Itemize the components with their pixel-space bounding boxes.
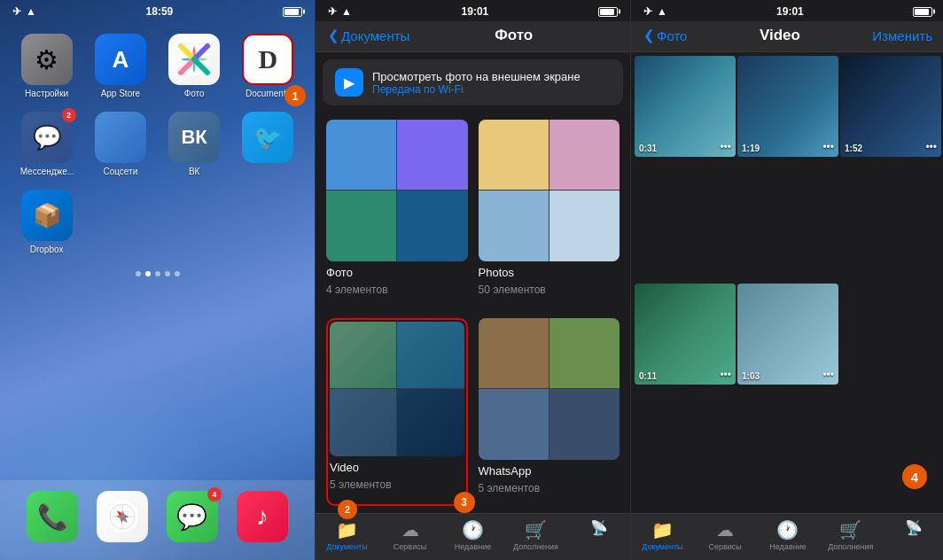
video-thumb-5[interactable]: 1:03 ••• <box>737 284 838 385</box>
tab-additions-label: Дополнения <box>513 542 558 551</box>
thumb-cell <box>397 120 467 190</box>
services-tab-icon-v: ☁ <box>716 519 734 541</box>
wifi-banner-sub: Передача по Wi-Fi <box>372 83 611 96</box>
time-display-3: 19:01 <box>776 5 804 18</box>
app-twitter[interactable]: 🐦 <box>238 112 299 177</box>
airplane-icon: ✈ <box>12 5 21 18</box>
app-dropbox[interactable]: 📦 Dropbox <box>16 190 77 255</box>
app-empty2 <box>164 190 225 255</box>
album-photos-count: 50 элементов <box>479 284 620 296</box>
tab-recent[interactable]: 🕐 Недавние <box>441 519 504 551</box>
video-more-2: ••• <box>822 141 834 153</box>
app-appstore[interactable]: A App Store <box>90 34 151 99</box>
wifi-banner-text: Просмотреть фото на внешнем экране Перед… <box>372 70 611 96</box>
video-thumb-2[interactable]: 1:19 ••• <box>737 56 838 157</box>
status-right-2 <box>598 7 618 17</box>
app-social-label: Соцсети <box>103 167 137 177</box>
step1-badge: 1 <box>284 85 306 106</box>
app-settings-label: Настройки <box>25 89 68 99</box>
album-photos[interactable]: Photos 50 элементов <box>479 120 620 307</box>
tab-wifi-v[interactable]: 📡 <box>882 519 943 551</box>
status-right-3 <box>913 7 932 17</box>
albums-grid: Фото 4 элементов Photos 50 элементов Vid… <box>316 113 630 513</box>
bottom-tabs-video: 📁 Документы ☁ Сервисы 🕐 Недавние 🛒 Допол… <box>631 513 943 560</box>
edit-button[interactable]: Изменить <box>872 28 932 43</box>
wifi-banner[interactable]: ▶ Просмотреть фото на внешнем экране Пер… <box>323 59 623 105</box>
tab-documents[interactable]: 📁 Документы <box>316 519 378 551</box>
back-button-video[interactable]: ❮ Фото <box>643 27 687 43</box>
thumb-cell <box>330 389 396 455</box>
tab-additions[interactable]: 🛒 Дополнения <box>504 519 567 551</box>
video-duration-3: 1:52 <box>845 144 862 153</box>
thumb-cell <box>397 191 467 261</box>
app-documents[interactable]: D Documents 1 <box>238 34 299 99</box>
app-dropbox-label: Dropbox <box>30 245 64 255</box>
dock-messages[interactable]: 💬 4 <box>167 491 218 542</box>
dot-4 <box>165 271 170 276</box>
messages-badge: 4 <box>207 487 222 502</box>
battery-icon <box>283 7 302 17</box>
video-thumb-1[interactable]: 0:31 ••• <box>635 56 736 157</box>
tab-documents-v[interactable]: 📁 Документы <box>631 519 694 551</box>
wifi-banner-title: Просмотреть фото на внешнем экране <box>372 70 611 83</box>
step2-badge: 2 <box>338 500 357 519</box>
video-duration-1: 0:31 <box>639 144 657 153</box>
app-empty3 <box>238 190 299 255</box>
back-button[interactable]: ❮ Документы <box>328 27 409 43</box>
wifi-banner-icon: ▶ <box>335 68 363 97</box>
tab-additions-label-v: Дополнения <box>828 542 873 551</box>
tab-recent-v[interactable]: 🕐 Недавние <box>757 519 820 551</box>
documents-tab-icon: 📁 <box>336 519 358 541</box>
album-whatsapp[interactable]: WhatsApp 5 элементов <box>479 318 620 506</box>
battery-icon-3 <box>913 7 932 17</box>
wifi-icon-2: ▲ <box>341 5 352 18</box>
messenger-icon: 💬 2 <box>21 112 73 163</box>
status-left-3: ✈ ▲ <box>643 5 667 18</box>
photos-icon <box>168 34 220 85</box>
status-left-2: ✈ ▲ <box>328 5 352 18</box>
app-vk[interactable]: ВК ВК <box>164 112 225 177</box>
album-photos-thumb <box>479 120 620 261</box>
screen-video: ✈ ▲ 19:01 ❮ Фото Video Изменить 0:31 •••… <box>631 0 943 560</box>
chevron-left-icon: ❮ <box>328 27 339 43</box>
messenger-badge: 2 <box>62 108 76 122</box>
album-video[interactable]: Video 5 элементов 3 <box>326 318 468 506</box>
album-foto-thumb <box>326 120 468 261</box>
airplane-icon-3: ✈ <box>643 5 652 18</box>
dock-music[interactable]: ♪ <box>237 491 288 542</box>
back-label-video: Фото <box>657 28 687 43</box>
app-photos[interactable]: Фото <box>164 34 225 99</box>
wifi-tab-icon-v: 📡 <box>905 519 923 536</box>
screen-documents: ✈ ▲ 19:01 ❮ Документы Фото ▶ Просмотреть… <box>316 0 630 560</box>
video-thumb-3[interactable]: 1:52 ••• <box>840 56 941 157</box>
album-whatsapp-thumb <box>479 318 620 460</box>
step3-badge: 3 <box>454 492 475 513</box>
time-display: 18:59 <box>146 5 174 18</box>
video-thumb-4[interactable]: 0:11 ••• <box>635 284 736 385</box>
album-video-thumb <box>330 322 464 456</box>
album-foto[interactable]: Фото 4 элементов <box>326 120 468 307</box>
video-grid: 0:31 ••• 1:19 ••• 1:52 ••• 0:11 ••• 1:03… <box>631 52 943 513</box>
nav-bar-docs: ❮ Документы Фото <box>316 21 630 52</box>
twitter-icon: 🐦 <box>242 112 293 163</box>
page-dots <box>0 271 315 276</box>
additions-tab-icon-v: 🛒 <box>839 519 861 541</box>
time-display-2: 19:01 <box>462 5 489 18</box>
tab-services-v[interactable]: ☁ Сервисы <box>694 519 757 551</box>
dock-safari[interactable] <box>97 491 148 542</box>
recent-tab-icon: 🕐 <box>462 519 484 541</box>
settings-icon: ⚙ <box>21 34 73 85</box>
video-more-4: ••• <box>720 369 731 381</box>
thumb-cell <box>549 120 620 190</box>
app-settings[interactable]: ⚙ Настройки <box>16 34 77 99</box>
tab-wifi[interactable]: 📡 <box>567 519 630 551</box>
dock-phone[interactable]: 📞 <box>27 491 78 542</box>
wifi-icon-3: ▲ <box>657 5 667 18</box>
app-social[interactable]: Соцсети <box>90 112 151 177</box>
app-messenger[interactable]: 💬 2 Мессендже... <box>16 112 77 177</box>
bottom-tabs-docs: 2 📁 Документы ☁ Сервисы 🕐 Недавние 🛒 Доп… <box>316 513 630 560</box>
dot-3 <box>155 271 160 276</box>
nav-bar-video: ❮ Фото Video Изменить <box>631 21 943 52</box>
tab-services[interactable]: ☁ Сервисы <box>378 519 441 551</box>
tab-additions-v[interactable]: 🛒 Дополнения <box>819 519 882 551</box>
